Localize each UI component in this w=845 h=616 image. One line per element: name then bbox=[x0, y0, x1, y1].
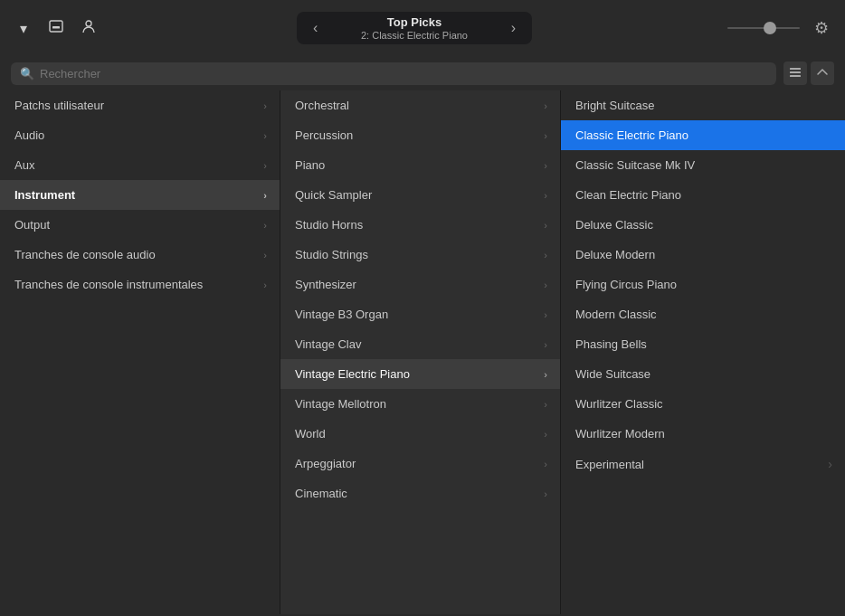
top-bar-left: ▾ bbox=[11, 15, 101, 41]
inbox-button[interactable] bbox=[43, 15, 69, 41]
svg-rect-3 bbox=[790, 68, 801, 70]
chevron-right-icon: › bbox=[263, 190, 267, 201]
right-item-wurlitzer-classic[interactable]: Wurlitzer Classic bbox=[561, 389, 845, 419]
mid-panel: Orchestral › Percussion › Piano › Quick … bbox=[280, 90, 561, 614]
sidebar-item-label: Tranches de console instrumentales bbox=[14, 278, 203, 291]
sidebar-item-label: Tranches de console audio bbox=[14, 248, 156, 261]
mid-item-vintage-b3-organ[interactable]: Vintage B3 Organ › bbox=[280, 299, 560, 329]
right-item-flying-circus-piano[interactable]: Flying Circus Piano bbox=[561, 270, 845, 299]
right-item-label: Classic Suitcase Mk IV bbox=[575, 158, 695, 172]
sidebar-item-patchs-utilisateur[interactable]: Patchs utilisateur › bbox=[0, 90, 280, 120]
mid-item-vintage-mellotron[interactable]: Vintage Mellotron › bbox=[280, 389, 560, 419]
mid-item-piano[interactable]: Piano › bbox=[280, 150, 560, 180]
right-item-label: Deluxe Classic bbox=[575, 218, 653, 232]
right-item-deluxe-classic[interactable]: Deluxe Classic bbox=[561, 210, 845, 240]
chevron-right-icon: › bbox=[263, 160, 267, 171]
dropdown-icon: ▾ bbox=[20, 20, 27, 37]
sidebar-item-label: Instrument bbox=[14, 188, 75, 202]
sidebar-item-label: Patchs utilisateur bbox=[14, 99, 104, 112]
gear-icon: ⚙ bbox=[814, 18, 829, 38]
chevron-right-icon: › bbox=[263, 220, 267, 231]
chevron-right-icon: › bbox=[544, 459, 547, 469]
mid-item-label: Synthesizer bbox=[295, 278, 356, 291]
search-input-wrap[interactable]: 🔍 bbox=[11, 62, 776, 85]
chevron-right-icon: › bbox=[263, 130, 267, 141]
sidebar-item-console-audio[interactable]: Tranches de console audio › bbox=[0, 240, 280, 270]
right-item-phasing-bells[interactable]: Phasing Bells bbox=[561, 329, 845, 359]
mid-item-vintage-electric-piano[interactable]: Vintage Electric Piano › bbox=[280, 359, 560, 389]
sidebar-item-console-instrumentales[interactable]: Tranches de console instrumentales › bbox=[0, 270, 280, 299]
svg-point-2 bbox=[86, 21, 91, 26]
collapse-button[interactable] bbox=[811, 62, 834, 85]
sidebar-item-label: Output bbox=[14, 218, 50, 232]
nav-title-main: Top Picks bbox=[325, 15, 503, 29]
mid-item-percussion[interactable]: Percussion › bbox=[280, 120, 560, 150]
right-panel: Bright Suitcase Classic Electric Piano C… bbox=[561, 90, 845, 614]
sidebar-item-instrument[interactable]: Instrument › bbox=[0, 180, 280, 210]
chevron-right-icon: › bbox=[544, 220, 547, 231]
right-item-wide-suitcase[interactable]: Wide Suitcase bbox=[561, 359, 845, 389]
mid-item-label: Vintage B3 Organ bbox=[295, 308, 388, 321]
mid-item-synthesizer[interactable]: Synthesizer › bbox=[280, 270, 560, 299]
right-item-label: Wurlitzer Modern bbox=[575, 427, 665, 441]
chevron-right-icon: › bbox=[544, 250, 547, 261]
mid-item-world[interactable]: World › bbox=[280, 419, 560, 449]
right-item-clean-electric-piano[interactable]: Clean Electric Piano bbox=[561, 180, 845, 210]
right-item-deluxe-modern[interactable]: Deluxe Modern bbox=[561, 240, 845, 270]
view-icons bbox=[783, 62, 834, 85]
right-item-classic-electric-piano[interactable]: Classic Electric Piano bbox=[561, 120, 845, 150]
list-view-button[interactable] bbox=[783, 62, 807, 85]
mid-item-label: Quick Sampler bbox=[295, 188, 372, 202]
mid-item-label: Vintage Electric Piano bbox=[295, 367, 410, 381]
mid-item-vintage-clav[interactable]: Vintage Clav › bbox=[280, 329, 560, 359]
main-content: Patchs utilisateur › Audio › Aux › Instr… bbox=[0, 90, 845, 614]
mid-item-quick-sampler[interactable]: Quick Sampler › bbox=[280, 180, 560, 210]
person-icon bbox=[81, 18, 97, 38]
nav-title: Top Picks 2: Classic Electric Piano bbox=[325, 15, 503, 41]
mid-item-cinematic[interactable]: Cinematic › bbox=[280, 479, 560, 508]
top-bar: ▾ ‹ Top Picks 2: Classic Electric Piano bbox=[0, 0, 845, 56]
search-row: 🔍 bbox=[11, 62, 834, 85]
right-item-label: Flying Circus Piano bbox=[575, 278, 677, 291]
right-item-modern-classic[interactable]: Modern Classic bbox=[561, 299, 845, 329]
nav-title-sub: 2: Classic Electric Piano bbox=[325, 30, 503, 41]
right-item-label: Experimental bbox=[575, 458, 644, 471]
mid-item-label: Vintage Clav bbox=[295, 337, 361, 351]
slider-knob bbox=[764, 22, 776, 34]
chevron-right-icon: › bbox=[544, 399, 547, 410]
mid-item-label: Percussion bbox=[295, 128, 353, 142]
search-input[interactable] bbox=[40, 67, 767, 81]
right-item-label: Wide Suitcase bbox=[575, 367, 650, 381]
volume-slider[interactable] bbox=[727, 27, 800, 29]
mid-item-label: Studio Strings bbox=[295, 248, 368, 261]
search-bar: 🔍 bbox=[0, 56, 845, 90]
right-item-wurlitzer-modern[interactable]: Wurlitzer Modern bbox=[561, 419, 845, 449]
svg-rect-4 bbox=[790, 71, 801, 73]
sidebar-item-output[interactable]: Output › bbox=[0, 210, 280, 240]
chevron-right-icon: › bbox=[544, 190, 547, 201]
right-item-bright-suitcase[interactable]: Bright Suitcase bbox=[561, 90, 845, 120]
right-item-label: Wurlitzer Classic bbox=[575, 397, 663, 411]
nav-next-button[interactable]: › bbox=[504, 20, 523, 36]
mid-item-orchestral[interactable]: Orchestral › bbox=[280, 90, 560, 120]
sidebar-item-audio[interactable]: Audio › bbox=[0, 120, 280, 150]
left-panel: Patchs utilisateur › Audio › Aux › Instr… bbox=[0, 90, 280, 614]
mid-item-studio-strings[interactable]: Studio Strings › bbox=[280, 240, 560, 270]
chevron-right-icon: › bbox=[544, 280, 547, 290]
svg-rect-5 bbox=[790, 75, 801, 77]
person-button[interactable] bbox=[76, 15, 101, 41]
chevron-right-icon: › bbox=[544, 309, 547, 320]
dropdown-button[interactable]: ▾ bbox=[11, 15, 36, 41]
sidebar-item-aux[interactable]: Aux › bbox=[0, 150, 280, 180]
gear-button[interactable]: ⚙ bbox=[809, 15, 834, 41]
right-item-experimental[interactable]: Experimental › bbox=[561, 449, 845, 479]
mid-item-label: Orchestral bbox=[295, 99, 349, 112]
nav-prev-button[interactable]: ‹ bbox=[306, 20, 325, 36]
mid-item-label: Arpeggiator bbox=[295, 457, 356, 470]
right-item-label: Modern Classic bbox=[575, 308, 657, 321]
right-item-classic-suitcase-mk-iv[interactable]: Classic Suitcase Mk IV bbox=[561, 150, 845, 180]
mid-item-studio-horns[interactable]: Studio Horns › bbox=[280, 210, 560, 240]
chevron-right-icon: › bbox=[828, 457, 832, 471]
mid-item-arpeggiator[interactable]: Arpeggiator › bbox=[280, 449, 560, 479]
sidebar-item-label: Aux bbox=[14, 158, 34, 172]
